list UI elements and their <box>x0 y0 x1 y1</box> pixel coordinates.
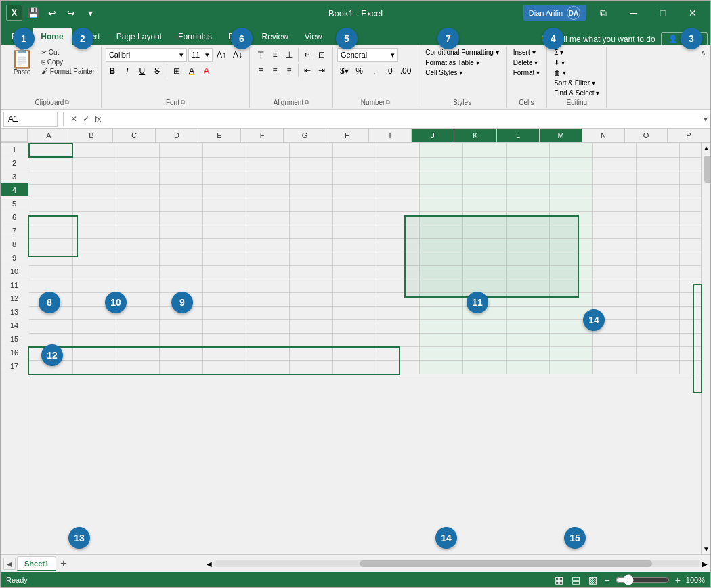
cell-E6[interactable] <box>202 211 246 225</box>
cell-A15[interactable] <box>29 333 72 346</box>
cell-E13[interactable] <box>202 306 246 319</box>
cell-E12[interactable] <box>202 292 246 306</box>
cell-D9[interactable] <box>159 252 202 265</box>
row-14[interactable]: 14 <box>1 319 28 332</box>
tab-file[interactable]: File <box>3 28 33 45</box>
cell-O13[interactable] <box>636 306 679 319</box>
cell-G10[interactable] <box>289 265 332 279</box>
cell-P6[interactable] <box>679 211 701 225</box>
cell-E10[interactable] <box>202 265 246 279</box>
number-expand[interactable]: ⧉ <box>386 99 390 106</box>
cell-K6[interactable] <box>462 211 506 225</box>
align-middle-button[interactable]: ≡ <box>268 48 282 62</box>
cell-D11[interactable] <box>159 279 202 292</box>
cell-K4[interactable] <box>462 184 506 198</box>
cell-F6[interactable] <box>246 211 289 225</box>
cell-A14[interactable] <box>29 319 72 333</box>
page-break-view-button[interactable]: ▧ <box>587 574 599 585</box>
cell-B10[interactable] <box>72 265 116 279</box>
row-5[interactable]: 5 <box>1 197 28 210</box>
cell-J12[interactable] <box>419 292 462 306</box>
cell-G7[interactable] <box>289 225 332 238</box>
col-header-e[interactable]: E <box>198 129 241 142</box>
cell-E8[interactable] <box>202 238 246 252</box>
cell-N3[interactable] <box>592 171 636 184</box>
cell-A6[interactable] <box>29 211 72 225</box>
align-center-button[interactable]: ≡ <box>268 64 282 77</box>
format-as-table-button[interactable]: Format as Table ▾ <box>423 58 481 67</box>
borders-button[interactable]: ⊞ <box>170 64 184 78</box>
cell-P12[interactable] <box>679 292 701 306</box>
cell-E17[interactable] <box>202 360 246 374</box>
cell-P1[interactable] <box>679 143 701 157</box>
font-expand[interactable]: ⧉ <box>181 99 185 106</box>
cell-G12[interactable] <box>289 292 332 306</box>
cell-F14[interactable] <box>246 319 289 333</box>
cell-J4[interactable] <box>419 184 462 198</box>
cell-P17[interactable] <box>679 360 701 374</box>
cell-K15[interactable] <box>462 333 506 346</box>
sheet-nav-left-button[interactable]: ◀ <box>3 558 16 570</box>
cell-K13[interactable] <box>462 306 506 319</box>
cell-K17[interactable] <box>462 360 506 374</box>
cell-B8[interactable] <box>72 238 116 252</box>
col-header-i[interactable]: I <box>369 129 412 142</box>
cell-F7[interactable] <box>246 225 289 238</box>
cell-P5[interactable] <box>679 198 701 211</box>
user-account[interactable]: Dian Arifin DA <box>523 5 586 21</box>
cell-J17[interactable] <box>419 360 462 374</box>
cell-L8[interactable] <box>506 238 549 252</box>
cell-P4[interactable] <box>679 184 701 198</box>
cell-M6[interactable] <box>549 211 592 225</box>
cell-K10[interactable] <box>462 265 506 279</box>
cell-N9[interactable] <box>592 252 636 265</box>
cell-H1[interactable] <box>332 143 376 157</box>
ribbon-display-button[interactable]: ⧉ <box>591 1 616 25</box>
cell-H8[interactable] <box>332 238 376 252</box>
cell-A8[interactable] <box>29 238 72 252</box>
cell-F16[interactable] <box>246 346 289 360</box>
cell-I5[interactable] <box>376 198 419 211</box>
cell-D3[interactable] <box>159 171 202 184</box>
cell-N13[interactable] <box>592 306 636 319</box>
zoom-slider[interactable] <box>616 574 670 585</box>
cell-P9[interactable] <box>679 252 701 265</box>
cell-H13[interactable] <box>332 306 376 319</box>
cell-I16[interactable] <box>376 346 419 360</box>
cell-I14[interactable] <box>376 319 419 333</box>
row-6[interactable]: 6 <box>1 210 28 224</box>
cell-I10[interactable] <box>376 265 419 279</box>
row-8[interactable]: 8 <box>1 238 28 251</box>
col-header-g[interactable]: G <box>284 129 326 142</box>
cell-A16[interactable] <box>29 346 72 360</box>
cell-A7[interactable] <box>29 225 72 238</box>
cell-N8[interactable] <box>592 238 636 252</box>
cell-N11[interactable] <box>592 279 636 292</box>
cell-A4[interactable] <box>29 184 72 198</box>
cell-I13[interactable] <box>376 306 419 319</box>
cell-N6[interactable] <box>592 211 636 225</box>
cell-F4[interactable] <box>246 184 289 198</box>
cell-P11[interactable] <box>679 279 701 292</box>
cell-F10[interactable] <box>246 265 289 279</box>
cell-G8[interactable] <box>289 238 332 252</box>
clear-button[interactable]: 🗑 ▾ <box>551 68 569 77</box>
cell-H14[interactable] <box>332 319 376 333</box>
cell-L11[interactable] <box>506 279 549 292</box>
increase-decimal-button[interactable]: .0 <box>383 64 396 78</box>
align-left-button[interactable]: ≡ <box>254 64 267 77</box>
cell-P13[interactable] <box>679 306 701 319</box>
cell-I7[interactable] <box>376 225 419 238</box>
cell-M11[interactable] <box>549 279 592 292</box>
cell-B5[interactable] <box>72 198 116 211</box>
cell-O17[interactable] <box>636 360 679 374</box>
cut-button[interactable]: ✂ Cut <box>39 48 97 57</box>
cell-O6[interactable] <box>636 211 679 225</box>
cell-M4[interactable] <box>549 184 592 198</box>
sheet-tab-sheet1[interactable]: Sheet1 <box>17 556 56 571</box>
cell-C14[interactable] <box>116 319 159 333</box>
cell-O15[interactable] <box>636 333 679 346</box>
cell-K5[interactable] <box>462 198 506 211</box>
cell-styles-button[interactable]: Cell Styles ▾ <box>423 68 465 77</box>
cell-A5[interactable] <box>29 198 72 211</box>
